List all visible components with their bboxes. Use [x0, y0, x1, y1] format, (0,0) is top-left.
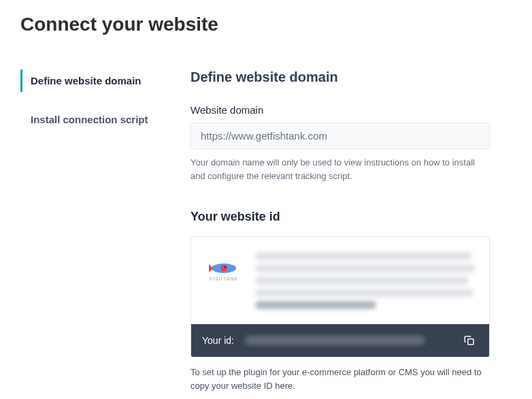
website-id-help: To set up the plugin for your e-commerce… — [190, 366, 490, 392]
content-panel: Define website domain Website domain You… — [190, 69, 490, 392]
website-preview-text — [255, 252, 476, 309]
copy-id-button[interactable] — [461, 332, 478, 349]
page-title: Connect your website — [20, 14, 512, 35]
website-domain-help: Your domain name will only be used to vi… — [190, 156, 490, 182]
svg-point-2 — [225, 266, 227, 268]
website-id-label: Your id: — [202, 335, 234, 346]
website-domain-input[interactable] — [190, 123, 490, 149]
main-layout: Define website domain Install connection… — [20, 69, 512, 392]
blurred-url-line — [255, 301, 376, 309]
svg-text:FISHTANK: FISHTANK — [210, 276, 238, 281]
sidebar: Define website domain Install connection… — [20, 69, 190, 392]
copy-icon — [463, 334, 476, 347]
svg-rect-4 — [468, 339, 473, 345]
sidebar-item-install-script[interactable]: Install connection script — [20, 108, 190, 131]
website-id-title: Your website id — [190, 210, 490, 224]
svg-point-1 — [220, 265, 227, 272]
website-id-card: FISHTANK Your id: — [190, 236, 490, 357]
section-title: Define website domain — [190, 69, 490, 85]
website-domain-label: Website domain — [190, 104, 490, 116]
blurred-text-line — [255, 276, 469, 285]
website-id-bar: Your id: — [191, 324, 489, 357]
website-preview: FISHTANK — [191, 237, 489, 324]
fishtank-logo: FISHTANK — [205, 252, 243, 290]
blurred-text-line — [255, 264, 476, 272]
blurred-text-line — [255, 289, 473, 297]
blurred-text-line — [255, 252, 471, 260]
website-id-value-blurred — [245, 336, 425, 345]
sidebar-item-define-domain[interactable]: Define website domain — [20, 69, 190, 92]
